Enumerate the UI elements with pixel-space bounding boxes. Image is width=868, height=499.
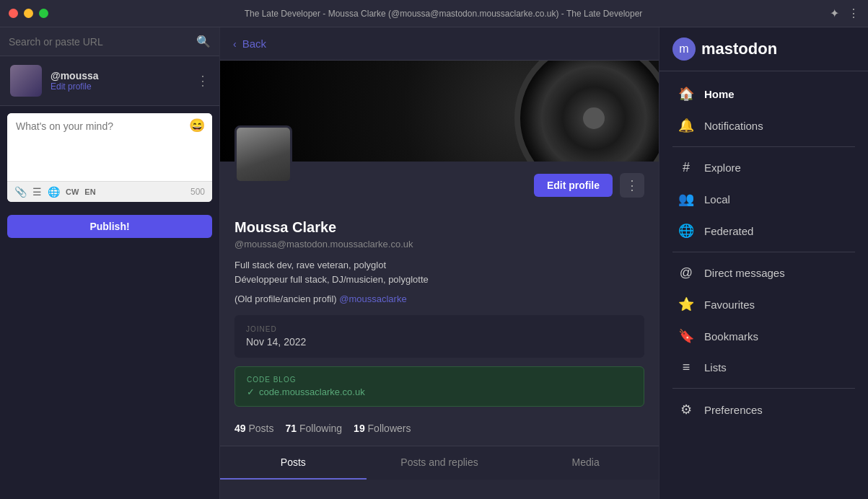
center-panel: ‹ Back [220, 27, 659, 499]
globe-icon[interactable]: 🌐 [48, 186, 60, 198]
edit-profile-button[interactable]: Edit profile [534, 174, 613, 197]
mastodon-logo: m mastodon [659, 27, 868, 71]
user-handle: @moussa [51, 70, 196, 81]
compose-header: 😄 [7, 113, 212, 181]
back-bar: ‹ Back [220, 27, 659, 61]
search-bar: 🔍 [0, 27, 219, 56]
tab-posts[interactable]: Posts [220, 446, 367, 480]
back-chevron-icon: ‹ [233, 38, 237, 50]
char-count: 500 [190, 187, 205, 197]
stat-followers[interactable]: 19 Followers [354, 423, 411, 434]
sidebar-item-favourites[interactable]: ⭐ Favourites [665, 289, 862, 319]
sidebar-item-home[interactable]: 🏠 Home [665, 79, 862, 109]
bookmark-icon: 🔖 [678, 328, 694, 344]
sidebar-item-explore[interactable]: # Explore [665, 153, 862, 182]
profile-link-box: CODE BLOG ✓ code.moussaclarke.co.uk [234, 366, 644, 407]
federated-icon: 🌐 [678, 223, 694, 239]
compose-toolbar: 📎 ☰ 🌐 CW EN 500 [7, 181, 212, 202]
search-input[interactable] [9, 36, 196, 48]
sidebar-item-preferences-label: Preferences [704, 404, 763, 416]
joined-date: Nov 14, 2022 [246, 336, 633, 348]
minimize-button[interactable] [24, 9, 33, 18]
check-icon: ✓ [247, 387, 255, 397]
sidebar-item-federated-label: Federated [704, 225, 753, 237]
publish-button[interactable]: Publish! [7, 215, 212, 238]
link-url[interactable]: ✓ code.moussaclarke.co.uk [247, 387, 632, 397]
profile-old-mention: (Old profile/ancien profil) @moussaclark… [234, 292, 644, 306]
lists-icon: ≡ [678, 360, 694, 375]
edit-profile-link[interactable]: Edit profile [51, 81, 196, 92]
following-count: 71 [285, 423, 297, 434]
joined-label: JOINED [246, 325, 633, 333]
window-controls [9, 9, 48, 18]
sidebar-item-local-label: Local [704, 193, 730, 206]
sidebar-item-bookmarks[interactable]: 🔖 Bookmarks [665, 321, 862, 351]
close-button[interactable] [9, 9, 18, 18]
profile-stats: 49 Posts 71 Following 19 Followers [234, 417, 644, 434]
profile-avatar-large [234, 125, 292, 183]
sidebar-item-lists-label: Lists [704, 361, 727, 374]
stat-following[interactable]: 71 Following [285, 423, 342, 434]
stat-posts[interactable]: 49 Posts [234, 423, 273, 434]
sidebar-item-notifications[interactable]: 🔔 Notifications [665, 110, 862, 141]
profile-actions: Edit profile ⋮ [234, 173, 644, 198]
tab-posts-replies[interactable]: Posts and replies [367, 446, 513, 480]
followers-count: 19 [354, 423, 365, 434]
sidebar-item-direct-messages[interactable]: @ Direct messages [665, 258, 862, 288]
sidebar-item-direct-messages-label: Direct messages [704, 267, 785, 279]
link-label: CODE BLOG [247, 376, 632, 384]
titlebar-actions: ✦ ⋮ [830, 6, 859, 20]
profile-name: Moussa Clarke [234, 219, 644, 236]
emoji-picker-button[interactable]: 😄 [189, 118, 205, 133]
profile-bio: Full stack dev, rave veteran, polyglot D… [234, 258, 644, 286]
user-profile-row: @moussa Edit profile ⋮ [0, 56, 219, 106]
sidebar-item-local[interactable]: 👥 Local [665, 184, 862, 214]
search-icon[interactable]: 🔍 [196, 35, 211, 48]
vinyl-center [583, 107, 605, 129]
mastodon-logo-text: mastodon [701, 40, 777, 58]
followers-label: Followers [368, 423, 411, 434]
nav-divider-3 [672, 388, 855, 389]
following-label: Following [299, 423, 342, 434]
sidebar-item-bookmarks-label: Bookmarks [704, 330, 758, 343]
hashtag-icon: # [678, 160, 694, 175]
compose-textarea[interactable] [7, 113, 212, 178]
menu-icon[interactable]: ⋮ [848, 6, 859, 20]
maximize-button[interactable] [39, 9, 48, 18]
nav-divider-1 [672, 146, 855, 147]
old-profile-mention[interactable]: @moussaclarke [339, 293, 406, 304]
at-icon: @ [678, 265, 694, 281]
sidebar-item-federated[interactable]: 🌐 Federated [665, 216, 862, 246]
user-menu-button[interactable]: ⋮ [196, 73, 209, 89]
extension-icon[interactable]: ✦ [830, 6, 839, 20]
posts-count: 49 [234, 423, 246, 434]
bio-line1: Full stack dev, rave veteran, polyglot [234, 258, 644, 273]
link-url-text[interactable]: code.moussaclarke.co.uk [259, 387, 365, 397]
vinyl-circle [514, 61, 659, 162]
titlebar: The Late Developer - Moussa Clarke (@mou… [0, 0, 868, 27]
sidebar-item-favourites-label: Favourites [704, 299, 755, 311]
left-sidebar: 🔍 @moussa Edit profile ⋮ 😄 📎 ☰ 🌐 CW [0, 27, 220, 499]
list-icon[interactable]: ☰ [32, 186, 42, 198]
sidebar-item-home-label: Home [704, 88, 735, 100]
avatar[interactable] [10, 65, 42, 97]
sidebar-item-explore-label: Explore [704, 162, 741, 174]
lang-button[interactable]: EN [84, 187, 95, 196]
more-options-button[interactable]: ⋮ [620, 173, 644, 198]
user-info: @moussa Edit profile [51, 70, 196, 92]
star-icon: ⭐ [678, 296, 694, 312]
profile-area: Edit profile ⋮ Moussa Clarke @moussa@mas… [220, 61, 659, 499]
posts-label: Posts [248, 423, 273, 434]
back-button[interactable]: Back [242, 37, 266, 50]
nav-divider-2 [672, 252, 855, 252]
sidebar-item-preferences[interactable]: ⚙ Preferences [665, 394, 862, 425]
attach-icon[interactable]: 📎 [14, 186, 27, 198]
people-icon: 👥 [678, 191, 694, 207]
bio-line2: Développeur full stack, DJ/musicien, pol… [234, 273, 644, 287]
tab-media[interactable]: Media [512, 446, 659, 480]
compose-box: 😄 📎 ☰ 🌐 CW EN 500 [7, 113, 212, 202]
sidebar-item-notifications-label: Notifications [704, 120, 763, 132]
app-body: 🔍 @moussa Edit profile ⋮ 😄 📎 ☰ 🌐 CW [0, 27, 868, 499]
sidebar-item-lists[interactable]: ≡ Lists [665, 353, 862, 382]
cw-button[interactable]: CW [66, 187, 79, 196]
